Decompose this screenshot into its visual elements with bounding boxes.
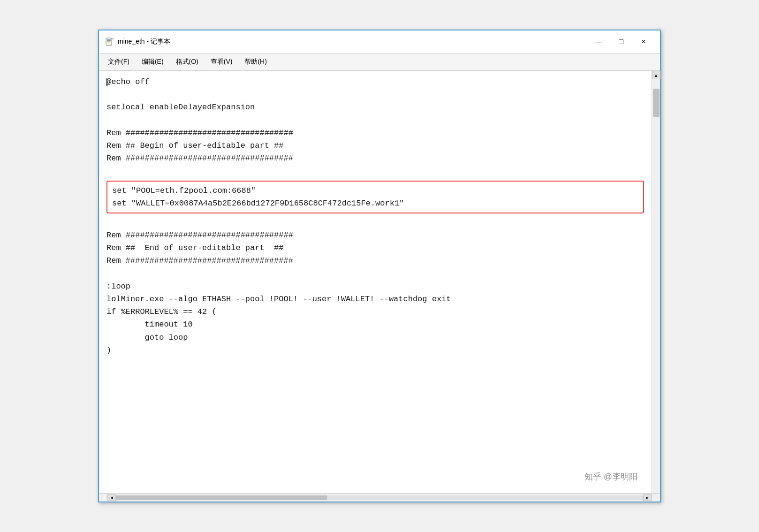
line-16: :loop <box>106 280 644 293</box>
line-3: setlocal enableDelayedExpansion <box>106 101 644 114</box>
close-button[interactable]: × <box>633 34 654 49</box>
menu-bar: 文件(F) 编辑(E) 格式(O) 查看(V) 帮助(H) <box>99 53 660 71</box>
scroll-right-icon: ► <box>645 495 650 500</box>
line-19: timeout 10 <box>106 318 644 331</box>
watermark: 知乎 @李明阳 <box>584 470 638 484</box>
notepad-window: mine_eth - 记事本 — □ × 文件(F) 编辑(E) 格式(O) 查… <box>98 30 661 502</box>
line-7: Rem ################################### <box>106 152 644 165</box>
line-13: Rem ## End of user-editable part ## <box>106 242 644 254</box>
highlighted-section: set "POOL=eth.f2pool.com:6688" set "WALL… <box>106 181 644 213</box>
scroll-up-icon: ▲ <box>654 73 659 78</box>
line-1: @echo off <box>106 76 644 88</box>
svg-rect-4 <box>107 43 110 43</box>
scroll-track-h <box>116 495 643 500</box>
scroll-up-button[interactable]: ▲ <box>652 71 660 79</box>
line-17: lolMiner.exe --algo ETHASH --pool !POOL!… <box>106 293 644 305</box>
svg-rect-1 <box>107 39 111 40</box>
svg-rect-3 <box>107 42 110 42</box>
line-6: Rem ## Begin of user-editable part ## <box>106 139 644 152</box>
line-9: set "POOL=eth.f2pool.com:6688" <box>112 184 638 197</box>
editor-area: @echo off setlocal enableDelayedExpansio… <box>99 71 660 493</box>
line-10: set "WALLET=0x0087A4a5b2E266bd1272F9D165… <box>112 197 638 210</box>
line-21: ) <box>106 344 644 357</box>
line-2 <box>106 88 644 101</box>
menu-format[interactable]: 格式(O) <box>171 55 204 68</box>
scroll-left-icon: ◄ <box>110 495 114 500</box>
line-5: Rem ################################### <box>106 127 644 139</box>
line-8 <box>106 165 644 177</box>
text-editor[interactable]: @echo off setlocal enableDelayedExpansio… <box>99 71 652 493</box>
svg-rect-2 <box>107 40 111 41</box>
line-4 <box>106 114 644 127</box>
minimize-button[interactable]: — <box>588 34 609 49</box>
line-11 <box>106 216 644 229</box>
menu-view[interactable]: 查看(V) <box>205 55 238 68</box>
menu-file[interactable]: 文件(F) <box>103 55 135 68</box>
menu-edit[interactable]: 编辑(E) <box>137 55 169 68</box>
window-title: mine_eth - 记事本 <box>118 38 170 46</box>
maximize-button[interactable]: □ <box>610 34 632 49</box>
window-controls: — □ × <box>588 34 654 49</box>
line-15 <box>106 267 644 280</box>
scroll-left-button[interactable]: ◄ <box>107 494 116 501</box>
menu-help[interactable]: 帮助(H) <box>239 55 272 68</box>
scroll-right-button[interactable]: ► <box>643 494 652 501</box>
horizontal-scrollbar-container: ◄ ► <box>99 493 660 502</box>
app-icon <box>105 37 114 46</box>
line-20: goto loop <box>106 331 644 344</box>
line-12: Rem ################################### <box>106 229 644 242</box>
title-bar: mine_eth - 记事本 — □ × <box>99 30 660 53</box>
line-14: Rem ################################### <box>106 254 644 267</box>
scroll-thumb-v[interactable] <box>653 89 660 117</box>
title-bar-left: mine_eth - 记事本 <box>105 37 170 46</box>
scroll-thumb-h[interactable] <box>116 495 327 500</box>
line-18: if %ERRORLEVEL% == 42 ( <box>106 305 644 318</box>
vertical-scrollbar[interactable]: ▲ <box>652 71 660 493</box>
